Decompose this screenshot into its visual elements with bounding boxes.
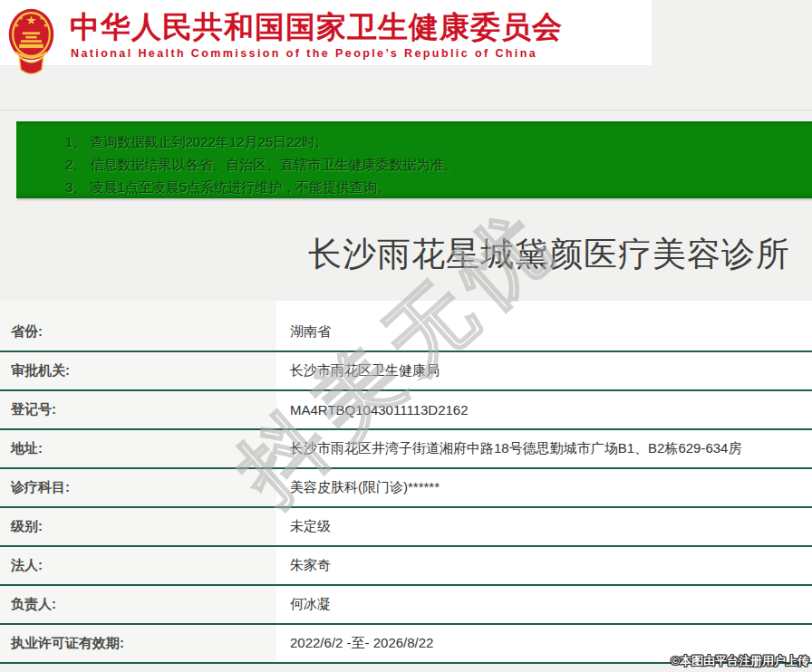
table-row: 地址:长沙市雨花区井湾子街道湘府中路18号德思勤城市广场B1、B2栋629-63… (0, 430, 812, 469)
field-label: 负责人: (0, 596, 276, 613)
table-row: 诊疗科目:美容皮肤科(限门诊)****** (0, 469, 812, 508)
field-value: MA4RTBQ1043011113D2162 (276, 402, 469, 418)
header-divider (0, 110, 812, 110)
org-title-cn: 中华人民共和国国家卫生健康委员会 (70, 7, 563, 48)
svg-text:★: ★ (26, 14, 37, 27)
table-row: 审批机关:长沙市雨花区卫生健康局 (0, 352, 812, 391)
field-label: 法人: (0, 557, 276, 574)
svg-text:★: ★ (39, 14, 44, 21)
svg-text:★: ★ (18, 14, 24, 21)
svg-text:★: ★ (14, 22, 20, 28)
site-header: 中华人民共和国国家卫生健康委员会 National Health Commiss… (0, 0, 652, 66)
field-value: 美容皮肤科(限门诊)****** (276, 479, 440, 496)
china-national-emblem-icon: ★ ★ ★ ★ ★ (7, 5, 55, 78)
field-label: 级别: (0, 518, 276, 535)
field-label: 审批机关: (0, 362, 276, 379)
notice-line-3: 3、 凌晨1点至凌晨5点系统进行维护，不能提供查询。 (65, 176, 812, 198)
field-value: 何冰凝 (276, 596, 331, 613)
field-value: 2022/6/2 -至- 2026/8/22 (276, 635, 433, 652)
field-value: 湖南省 (276, 323, 331, 341)
field-value: 未定级 (276, 518, 331, 535)
clinic-info-table: 省份:湖南省审批机关:长沙市雨花区卫生健康局登记号:MA4RTBQ1043011… (0, 301, 812, 664)
table-row: 登记号:MA4RTBQ1043011113D2162 (0, 391, 812, 430)
info-table-rows: 省份:湖南省审批机关:长沙市雨花区卫生健康局登记号:MA4RTBQ1043011… (0, 313, 812, 664)
table-row: 级别:未定级 (0, 508, 812, 547)
field-label: 执业许可证有效期: (0, 635, 276, 652)
svg-text:★: ★ (44, 22, 49, 28)
notice-box: 1、 查询数据截止到2022年12月25日22时; 2、 信息数据结果以各省、自… (16, 121, 812, 198)
clinic-name-title: 长沙雨花星城黛颜医疗美容诊所 (308, 232, 790, 277)
table-row: 负责人:何冰凝 (0, 586, 812, 625)
field-value: 长沙市雨花区井湾子街道湘府中路18号德思勤城市广场B1、B2栋629-634房 (276, 440, 741, 457)
org-title-en: National Health Commission of the People… (71, 47, 537, 60)
field-label: 地址: (0, 440, 276, 457)
copyright-badge: ©本图由平台注册用户上传 (671, 653, 809, 669)
notice-line-2: 2、 信息数据结果以各省、自治区、直辖市卫生健康委数据为准。 (65, 153, 812, 176)
field-value: 长沙市雨花区卫生健康局 (276, 362, 440, 379)
field-label: 登记号: (0, 401, 276, 418)
field-value: 朱家奇 (276, 557, 331, 574)
table-row: 法人:朱家奇 (0, 547, 812, 586)
field-label: 省份: (0, 323, 276, 341)
notice-line-1: 1、 查询数据截止到2022年12月25日22时; (65, 130, 812, 153)
table-row: 省份:湖南省 (0, 313, 812, 352)
field-label: 诊疗科目: (0, 479, 276, 496)
